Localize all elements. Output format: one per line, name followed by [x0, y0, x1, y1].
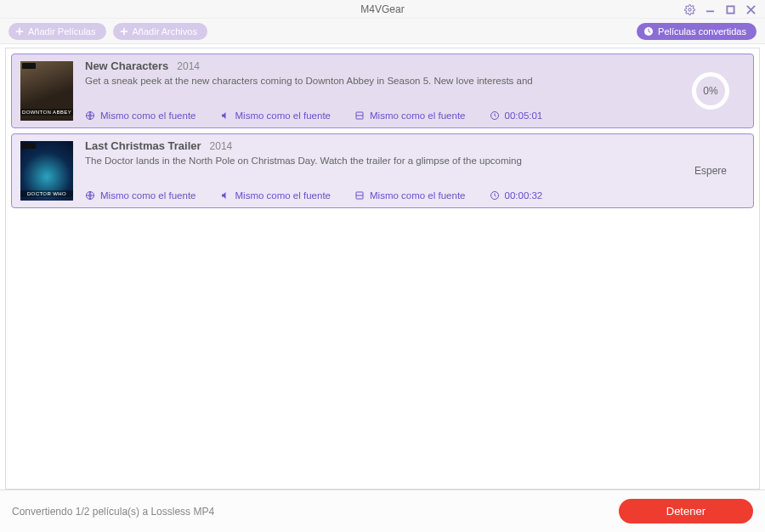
duration: 00:05:01 — [490, 110, 543, 121]
footer: Convertiendo 1/2 película(s) a Lossless … — [0, 490, 765, 532]
item-year: 2014 — [177, 60, 200, 72]
globe-icon — [85, 190, 95, 201]
title-bar: M4VGear — [0, 0, 765, 19]
add-files-label: Añadir Archivos — [133, 26, 197, 37]
thumbnail-caption: DOWNTON ABBEY — [20, 109, 73, 116]
item-description: Get a sneak peek at the new characters c… — [85, 76, 665, 86]
progress-ring: 0% — [692, 72, 729, 110]
list-item[interactable]: DOCTOR WHO Last Christmas Trailer 2014 T… — [11, 133, 754, 208]
item-meta-row: Mismo como el fuente Mismo como el fuent… — [85, 110, 665, 121]
item-body: Last Christmas Trailer 2014 The Doctor l… — [85, 141, 665, 201]
stop-button[interactable]: Detener — [619, 499, 753, 524]
item-description: The Doctor lands in the North Pole on Ch… — [85, 156, 665, 166]
thumbnail: DOWNTON ABBEY — [20, 61, 73, 121]
item-title: Last Christmas Trailer — [85, 139, 201, 152]
item-title: New Characters — [85, 59, 168, 72]
close-icon[interactable] — [745, 3, 756, 15]
toolbar: Añadir Películas Añadir Archivos Películ… — [0, 19, 765, 44]
minimize-icon[interactable] — [704, 3, 716, 15]
add-movies-button[interactable]: Añadir Películas — [8, 23, 106, 40]
converted-movies-button[interactable]: Películas convertidas — [637, 23, 756, 40]
audio-setting[interactable]: Mismo como el fuente — [220, 190, 332, 201]
conversion-list: DOWNTON ABBEY New Characters 2014 Get a … — [5, 48, 760, 490]
speaker-icon — [220, 110, 230, 121]
subtitle-setting[interactable]: Mismo como el fuente — [85, 110, 196, 121]
speaker-icon — [220, 190, 230, 201]
converted-movies-label: Películas convertidas — [658, 26, 746, 37]
maximize-icon[interactable] — [724, 3, 736, 15]
video-setting[interactable]: Mismo como el fuente — [354, 190, 466, 201]
clock-icon — [643, 26, 654, 37]
wait-label: Espere — [694, 165, 727, 177]
plus-icon — [120, 27, 128, 36]
item-year: 2014 — [210, 140, 233, 152]
stop-button-label: Detener — [666, 505, 706, 518]
video-setting[interactable]: Mismo como el fuente — [354, 110, 466, 121]
window-controls — [683, 0, 762, 19]
svg-rect-2 — [727, 6, 734, 13]
list-item[interactable]: DOWNTON ABBEY New Characters 2014 Get a … — [11, 54, 754, 128]
film-icon — [354, 190, 365, 201]
audio-setting[interactable]: Mismo como el fuente — [220, 110, 332, 121]
app-title: M4VGear — [0, 3, 765, 15]
add-files-button[interactable]: Añadir Archivos — [113, 23, 207, 40]
film-icon — [354, 110, 365, 121]
item-status: Espere — [677, 141, 745, 201]
item-status: 0% — [677, 61, 745, 121]
footer-status: Convertiendo 1/2 película(s) a Lossless … — [12, 506, 619, 518]
clock-icon — [490, 110, 500, 121]
globe-icon — [85, 110, 95, 121]
svg-point-0 — [688, 8, 690, 10]
add-movies-label: Añadir Películas — [28, 26, 96, 37]
subtitle-setting[interactable]: Mismo como el fuente — [85, 190, 196, 201]
thumbnail: DOCTOR WHO — [20, 141, 73, 201]
duration: 00:00:32 — [490, 190, 543, 201]
item-body: New Characters 2014 Get a sneak peek at … — [85, 61, 665, 121]
settings-gear-icon[interactable] — [683, 3, 695, 15]
clock-icon — [490, 190, 500, 201]
item-meta-row: Mismo como el fuente Mismo como el fuent… — [85, 190, 665, 201]
thumbnail-caption: DOCTOR WHO — [20, 190, 73, 197]
plus-icon — [15, 27, 24, 36]
progress-percent: 0% — [703, 85, 717, 97]
